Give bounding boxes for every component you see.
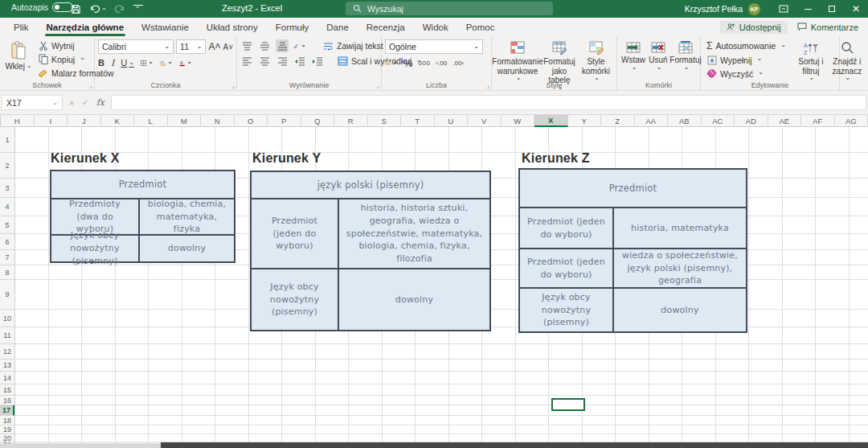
table-header-cell[interactable]: język polski (pisemny)	[251, 171, 490, 199]
column-header-V[interactable]: V	[468, 115, 502, 127]
increase-indent-icon[interactable]	[311, 55, 324, 68]
column-header-W[interactable]: W	[502, 115, 535, 127]
row-header-1[interactable]: 1	[0, 127, 14, 153]
italic-button[interactable]: I	[111, 58, 114, 68]
ribbon-tab-6[interactable]: Recenzja	[358, 18, 414, 36]
row-header-6[interactable]: 6	[0, 234, 14, 250]
column-header-O[interactable]: O	[235, 115, 268, 127]
fill-button[interactable]: Wypełnij	[704, 54, 788, 66]
ribbon-tab-3[interactable]: Układ strony	[198, 18, 267, 36]
format-as-table-button[interactable]: Formatuj jako tabelę	[540, 39, 579, 80]
row-header-13[interactable]: 13	[0, 360, 14, 372]
table-title-kierunek-x[interactable]: Kierunek X	[51, 151, 120, 166]
row-header-3[interactable]: 3	[0, 179, 14, 198]
number-format-select[interactable]: Ogólne	[385, 39, 483, 54]
search-input[interactable]: Wyszukaj	[346, 2, 553, 15]
table-header-cell[interactable]: Przedmiot	[519, 169, 747, 208]
table-row-value[interactable]: wiedza o społeczeństwie, język polski (p…	[613, 249, 747, 288]
ribbon-tab-8[interactable]: Pomoc	[457, 18, 504, 36]
row-header-7[interactable]: 7	[0, 250, 14, 265]
minimize-button[interactable]	[796, 0, 820, 18]
table-row-value[interactable]: biologia, chemia, matematyka, fizyka	[139, 199, 235, 235]
grow-font-icon[interactable]: A˄	[208, 41, 220, 52]
font-size-select[interactable]: 11	[176, 39, 206, 54]
column-header-AG[interactable]: AG	[835, 115, 868, 127]
column-header-Q[interactable]: Q	[301, 115, 335, 127]
table-row-label[interactable]: Przedmiot (jeden do wyboru)	[519, 249, 613, 288]
row-header-4[interactable]: 4	[0, 198, 14, 216]
accounting-format-icon[interactable]	[385, 56, 398, 69]
table-row-value[interactable]: dowolny	[613, 288, 747, 332]
column-header-P[interactable]: P	[268, 115, 301, 127]
table-title-kierunek-z[interactable]: Kierunek Z	[522, 151, 590, 166]
column-header-AA[interactable]: AA	[635, 115, 669, 127]
row-header-17[interactable]: 17	[0, 405, 14, 416]
align-center-icon[interactable]	[258, 55, 271, 68]
comments-button[interactable]: Komentarze	[791, 21, 865, 34]
row-header-5[interactable]: 5	[0, 216, 14, 234]
insert-cells-button[interactable]: Wstaw	[620, 39, 646, 80]
decrease-decimal-icon[interactable]: .00›	[452, 60, 464, 67]
column-header-H[interactable]: H	[1, 115, 35, 127]
table-title-kierunek-y[interactable]: Kierunek Y	[252, 151, 321, 166]
name-box[interactable]: X17	[2, 95, 63, 110]
column-header-U[interactable]: U	[435, 115, 469, 127]
align-left-icon[interactable]	[240, 55, 253, 68]
table-row-value[interactable]: dowolny	[139, 235, 235, 262]
customize-quick-access-icon[interactable]	[133, 5, 143, 13]
column-header-R[interactable]: R	[334, 115, 368, 127]
font-dialog-launcher-icon[interactable]	[231, 82, 235, 89]
row-header-2[interactable]: 2	[0, 153, 14, 179]
maximize-button[interactable]	[820, 0, 844, 18]
find-select-button[interactable]: Znajdź i zaznacz	[829, 39, 866, 80]
table-row-label[interactable]: Przedmiot (jeden do wyboru)	[519, 208, 613, 249]
column-header-AF[interactable]: AF	[801, 115, 835, 127]
share-button[interactable]: Udostępnij	[720, 21, 788, 34]
table-row-value[interactable]: dowolny	[338, 269, 490, 331]
column-header-J[interactable]: J	[68, 115, 101, 127]
row-header-18[interactable]: 18	[0, 416, 14, 425]
account-button[interactable]: Krzysztof Pełka KP	[685, 3, 760, 15]
column-header-M[interactable]: M	[168, 115, 202, 127]
column-header-Z[interactable]: Z	[601, 115, 635, 127]
align-middle-icon[interactable]	[258, 39, 271, 52]
table-row-label[interactable]: Język obcy nowożytny (pisemny)	[519, 288, 613, 332]
row-header-9[interactable]: 9	[0, 280, 14, 310]
percent-style-icon[interactable]: %	[403, 57, 413, 69]
table-kierunek-z[interactable]: PrzedmiotPrzedmiot (jeden do wyboru)hist…	[518, 168, 747, 333]
cell-styles-button[interactable]: Style komórki	[579, 39, 613, 80]
table-header-cell[interactable]: Przedmiot	[51, 171, 235, 199]
cancel-icon[interactable]: ×	[69, 98, 74, 108]
row-header-15[interactable]: 15	[0, 384, 14, 396]
autosum-button[interactable]: Σ Autosumowanie	[704, 39, 788, 52]
ribbon-tab-1[interactable]: Narzędzia główne	[38, 18, 133, 36]
column-header-AC[interactable]: AC	[702, 115, 735, 127]
table-row-value[interactable]: historia, historia sztuki, geografia, wi…	[338, 199, 490, 269]
row-header-10[interactable]: 10	[0, 310, 14, 327]
undo-icon[interactable]	[89, 4, 107, 14]
font-name-select[interactable]: Calibri	[98, 39, 174, 54]
column-header-T[interactable]: T	[401, 115, 435, 127]
column-header-AD[interactable]: AD	[735, 115, 768, 127]
delete-cells-button[interactable]: Usuń	[646, 39, 670, 80]
table-kierunek-y[interactable]: język polski (pisemny)Przedmiot (jeden d…	[250, 171, 491, 331]
column-header-AE[interactable]: AE	[768, 115, 802, 127]
comma-style-icon[interactable]: 000	[419, 60, 431, 67]
column-header-N[interactable]: N	[201, 115, 235, 127]
ribbon-display-options-icon[interactable]	[772, 0, 796, 18]
conditional-formatting-button[interactable]: Formatowanie warunkowe	[495, 39, 540, 80]
row-header-14[interactable]: 14	[0, 372, 14, 384]
ribbon-tab-4[interactable]: Formuły	[267, 18, 318, 36]
autosave-toggle[interactable]: Autozapis	[11, 2, 73, 12]
clipboard-dialog-launcher-icon[interactable]	[89, 82, 92, 89]
formula-input[interactable]	[111, 95, 866, 110]
shrink-font-icon[interactable]: A˅	[223, 43, 233, 51]
column-header-X[interactable]: X	[534, 115, 568, 127]
decrease-indent-icon[interactable]	[293, 55, 306, 68]
number-dialog-launcher-icon[interactable]	[486, 82, 489, 89]
column-header-K[interactable]: K	[101, 115, 135, 127]
ribbon-tab-7[interactable]: Widok	[414, 18, 457, 36]
align-top-icon[interactable]	[240, 39, 253, 52]
increase-decimal-icon[interactable]: ‹.00	[436, 60, 447, 67]
enter-icon[interactable]: ✓	[81, 97, 88, 108]
